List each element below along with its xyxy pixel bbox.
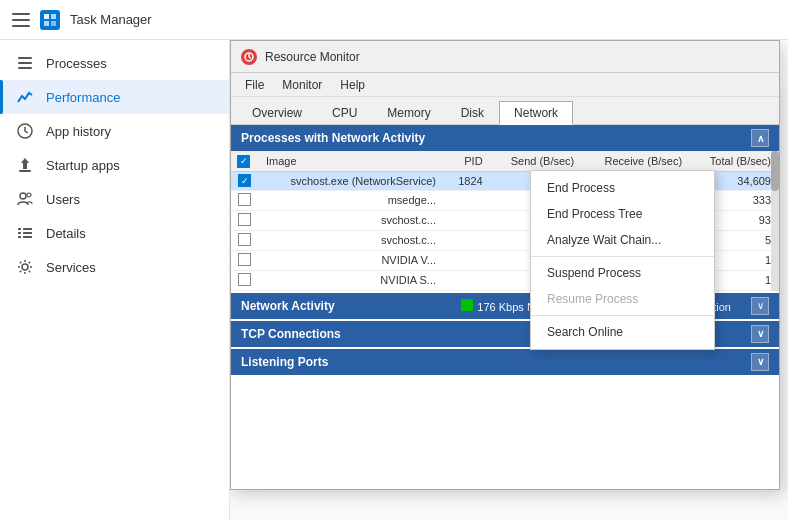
context-menu: End Process End Process Tree Analyze Wai… — [530, 170, 715, 350]
main-layout: Processes Performance App history — [0, 40, 788, 520]
ctx-search-online[interactable]: Search Online — [531, 319, 714, 345]
top-bar: Task Manager — [0, 0, 788, 40]
row-pid — [444, 210, 491, 230]
ctx-resume-process: Resume Process — [531, 286, 714, 312]
row-checkbox-3[interactable] — [238, 233, 251, 246]
row-checkbox-cell: ✓ — [231, 171, 258, 190]
svg-point-10 — [27, 193, 31, 197]
sidebar-item-services[interactable]: Services — [0, 250, 229, 284]
svg-rect-16 — [23, 236, 32, 238]
performance-label: Performance — [46, 90, 120, 105]
hamburger-menu[interactable] — [12, 13, 30, 27]
svg-rect-8 — [19, 170, 31, 172]
rm-menubar: File Monitor Help — [231, 73, 779, 97]
tab-network[interactable]: Network — [499, 101, 573, 125]
table-scrollbar[interactable] — [771, 151, 779, 291]
processes-label: Processes — [46, 56, 107, 71]
row-pid: 1824 — [444, 171, 491, 190]
rm-title: Resource Monitor — [265, 50, 360, 64]
col-receive: Receive (B/sec) — [582, 151, 690, 171]
sidebar-item-app-history[interactable]: App history — [0, 114, 229, 148]
collapse-tcp-button[interactable]: ∨ — [751, 325, 769, 343]
col-total: Total (B/sec) — [690, 151, 779, 171]
menu-file[interactable]: File — [237, 76, 272, 94]
ctx-suspend-process[interactable]: Suspend Process — [531, 260, 714, 286]
ctx-end-process-tree[interactable]: End Process Tree — [531, 201, 714, 227]
app-history-label: App history — [46, 124, 111, 139]
header-checkbox[interactable]: ✓ — [237, 155, 250, 168]
sidebar: Processes Performance App history — [0, 40, 230, 520]
listening-ports-header: Listening Ports ∨ — [231, 349, 779, 375]
processes-icon — [16, 54, 34, 72]
svg-line-20 — [249, 57, 251, 59]
details-icon — [16, 224, 34, 242]
svg-rect-13 — [18, 232, 21, 234]
svg-rect-12 — [23, 228, 32, 230]
svg-point-17 — [22, 264, 28, 270]
sidebar-item-users[interactable]: Users — [0, 182, 229, 216]
svg-rect-1 — [51, 14, 56, 19]
row-image: svchost.c... — [258, 230, 444, 250]
menu-help[interactable]: Help — [332, 76, 373, 94]
services-icon — [16, 258, 34, 276]
users-icon — [16, 190, 34, 208]
ctx-separator-1 — [531, 256, 714, 257]
users-label: Users — [46, 192, 80, 207]
collapse-network-button[interactable]: ∨ — [751, 297, 769, 315]
svg-rect-3 — [51, 21, 56, 26]
col-checkbox: ✓ — [231, 151, 258, 171]
rm-titlebar: Resource Monitor — [231, 41, 779, 73]
rm-tabs: Overview CPU Memory Disk Network — [231, 97, 779, 125]
row-checkbox-cell — [231, 270, 258, 290]
svg-rect-0 — [44, 14, 49, 19]
svg-rect-6 — [18, 67, 32, 69]
ctx-separator-2 — [531, 315, 714, 316]
row-checkbox-1[interactable] — [238, 193, 251, 206]
col-send: Send (B/sec) — [491, 151, 583, 171]
svg-rect-15 — [18, 236, 21, 238]
app-icon — [40, 10, 60, 30]
app-title: Task Manager — [70, 12, 152, 27]
row-checkbox-cell — [231, 250, 258, 270]
scroll-thumb — [771, 151, 779, 191]
rm-app-icon — [241, 49, 257, 65]
svg-rect-4 — [18, 57, 32, 59]
row-checkbox-2[interactable] — [238, 213, 251, 226]
row-image: NVIDIA V... — [258, 250, 444, 270]
svg-rect-11 — [18, 228, 21, 230]
collapse-processes-button[interactable]: ∧ — [751, 129, 769, 147]
row-image: NVIDIA S... — [258, 270, 444, 290]
col-pid: PID — [444, 151, 491, 171]
row-image: svchost.exe (NetworkService) — [258, 171, 444, 190]
svg-rect-2 — [44, 21, 49, 26]
row-pid — [444, 270, 491, 290]
row-checkbox-5[interactable] — [238, 273, 251, 286]
content-area: Performance CPU Resource Monitor File — [230, 40, 788, 520]
performance-icon — [16, 88, 34, 106]
collapse-listening-button[interactable]: ∨ — [751, 353, 769, 371]
sidebar-item-startup-apps[interactable]: Startup apps — [0, 148, 229, 182]
row-pid — [444, 250, 491, 270]
sidebar-item-performance[interactable]: Performance — [0, 80, 229, 114]
ctx-end-process[interactable]: End Process — [531, 175, 714, 201]
row-image: svchost.c... — [258, 210, 444, 230]
row-checkbox-cell — [231, 210, 258, 230]
row-checkbox-cell — [231, 230, 258, 250]
row-pid — [444, 190, 491, 210]
svg-rect-5 — [18, 62, 32, 64]
tab-disk[interactable]: Disk — [446, 101, 499, 124]
sidebar-item-details[interactable]: Details — [0, 216, 229, 250]
startup-apps-label: Startup apps — [46, 158, 120, 173]
row-checkbox-cell — [231, 190, 258, 210]
tab-cpu[interactable]: CPU — [317, 101, 372, 124]
row-checkbox-0[interactable]: ✓ — [238, 174, 251, 187]
row-checkbox-4[interactable] — [238, 253, 251, 266]
row-image: msedge... — [258, 190, 444, 210]
ctx-analyze-wait-chain[interactable]: Analyze Wait Chain... — [531, 227, 714, 253]
app-history-icon — [16, 122, 34, 140]
tab-memory[interactable]: Memory — [372, 101, 445, 124]
sidebar-item-processes[interactable]: Processes — [0, 46, 229, 80]
menu-monitor[interactable]: Monitor — [274, 76, 330, 94]
row-pid — [444, 230, 491, 250]
tab-overview[interactable]: Overview — [237, 101, 317, 124]
